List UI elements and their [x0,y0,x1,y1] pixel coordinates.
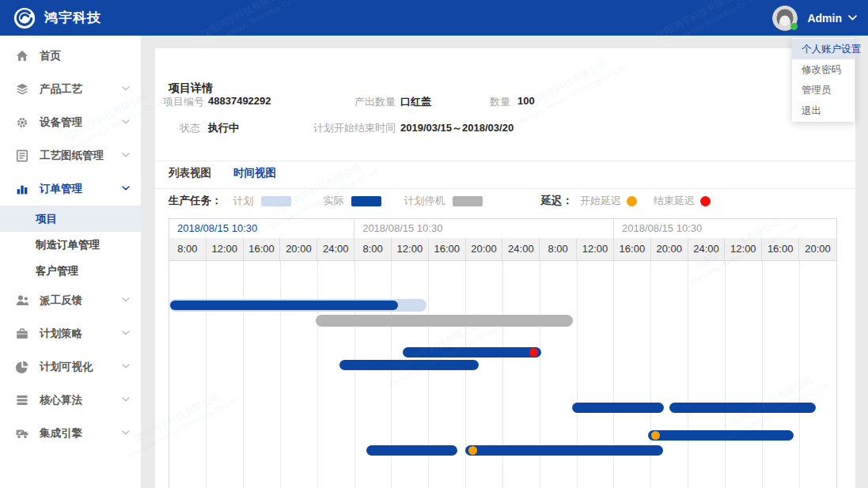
sidebar: 首页产品工艺设备管理工艺图纸管理订单管理项目制造订单管理客户管理派工反馈计划策略… [0,36,141,488]
sidebar-item-integration-engine[interactable]: 集成引擎 [0,417,141,450]
engine-icon [15,426,29,441]
sidebar-subitem-manufacturing-order-management[interactable]: 制造订单管理 [0,232,141,258]
brand-name: 鸿宇科技 [44,9,101,27]
brand: 鸿宇科技 [0,6,101,30]
top-header: 鸿宇科技 Admin [0,0,868,36]
sidebar-item-label: 订单管理 [40,182,82,196]
gantt-gridline [725,261,726,488]
quantity-label: 数量 [463,95,510,109]
home-icon [15,49,29,63]
chevron-down-icon [122,331,130,335]
gantt-bar-actual[interactable] [366,445,457,456]
chevron-down-icon [122,186,130,191]
chevron-down-icon [122,430,130,435]
avatar[interactable] [772,6,798,31]
chevron-down-icon [122,364,130,369]
online-status-dot [790,23,798,30]
sidebar-item-label: 计划可视化 [40,360,93,374]
gantt-bar-actual[interactable] [669,403,816,413]
user-menu-item-administrator[interactable]: 管理员 [792,80,855,100]
page-title: 项目详情 [169,81,213,96]
chevron-down-icon [122,119,130,124]
gantt-time-header: 8:0012:0016:0020:0024:008:0012:0016:0020… [169,238,836,261]
gantt-body [169,261,836,488]
layers-icon [15,82,29,96]
gantt-bar-actual[interactable] [339,360,479,370]
start-delay-label: 开始延迟 [580,194,621,208]
sidebar-item-equipment-management[interactable]: 设备管理 [0,106,141,139]
gantt-time-cell: 24:00 [502,238,540,260]
sidebar-item-process-drawing-management[interactable]: 工艺图纸管理 [0,139,141,172]
bar-chart-icon [15,182,29,196]
end-delay-dot [529,348,538,357]
chevron-down-icon [122,297,130,302]
project-code-label: 项目编号 [163,95,200,109]
sidebar-item-product-process[interactable]: 产品工艺 [0,73,141,106]
app-window: 鸿宇科技 Admin 个人账户设置修改密码管理员退出 首页产品工艺设备管理工艺图… [0,0,868,488]
gantt-gridline [688,261,688,488]
task-legend-title: 生产任务： [169,194,222,208]
sidebar-item-label: 工艺图纸管理 [40,149,104,163]
gantt-date-cell[interactable]: 2018/08/15 10:30 [169,219,354,238]
gantt-time-cell: 12:00 [577,238,614,260]
actual-swatch [351,196,381,206]
status-label: 状态 [163,121,200,135]
sidebar-item-label: 派工反馈 [40,293,82,308]
gantt-bar-actual[interactable] [572,403,664,413]
gantt-gridline [206,261,207,488]
gantt-bar-actual[interactable] [170,301,398,310]
sidebar-item-label: 设备管理 [40,115,82,130]
plan-time-label: 计划开始结束时间 [301,121,396,135]
gantt-time-cell: 24:00 [317,238,354,260]
gear-icon [15,115,29,130]
gantt-date-cell[interactable]: 2018/08/15 10:30 [614,219,836,238]
sidebar-item-dispatch-feedback[interactable]: 派工反馈 [0,284,141,317]
sidebar-item-label: 产品工艺 [40,82,82,96]
gantt-gridline [317,261,318,488]
chevron-down-icon [848,15,857,21]
output-label: 产出数量 [301,95,396,109]
gantt-bar-actual[interactable] [648,430,794,441]
tab-time-view[interactable]: 时间视图 [233,166,276,180]
gantt-time-cell: 12:00 [725,238,762,260]
gantt-gridline [280,261,281,488]
sidebar-item-home[interactable]: 首页 [0,40,141,73]
gantt-chart: 2018/08/15 10:302018/08/15 10:302018/08/… [169,218,837,488]
company-logo-icon [13,6,36,30]
user-menu-item-logout[interactable]: 退出 [792,100,855,121]
user-menu-item-account-settings[interactable]: 个人账户设置 [792,39,855,59]
actual-legend-label: 实际 [324,194,344,208]
quantity-value: 100 [517,95,535,107]
gantt-time-cell: 16:00 [614,238,651,260]
tab-list-view[interactable]: 列表视图 [169,166,211,180]
gantt-gridline [243,261,244,488]
start-delay-dot [468,446,477,455]
sidebar-subitem-customer-management[interactable]: 客户管理 [0,258,141,284]
gantt-time-cell: 12:00 [392,238,429,260]
divider [155,161,855,161]
briefcase-icon [15,327,29,341]
gantt-time-cell: 16:00 [244,238,281,260]
user-name: Admin [807,12,842,25]
sidebar-subitem-project[interactable]: 项目 [0,206,141,232]
downtime-swatch [453,196,483,206]
status-value: 执行中 [208,121,239,135]
gantt-bar-downtime[interactable] [316,315,573,327]
gantt-time-cell: 8:00 [354,238,392,260]
user-menu-item-change-password[interactable]: 修改密码 [792,59,855,80]
gantt-bar-actual[interactable] [465,445,663,456]
sidebar-item-plan-visualization[interactable]: 计划可视化 [0,350,141,384]
user-account-button[interactable]: Admin [772,6,868,31]
server-icon [15,393,29,407]
gantt-date-cell[interactable]: 2018/08/15 10:30 [354,219,614,238]
sidebar-item-plan-strategy[interactable]: 计划策略 [0,317,141,350]
gantt-bar-actual[interactable] [403,347,541,357]
downtime-legend-label: 计划停机 [404,194,445,208]
plan-time-value: 2019/03/15～2018/03/20 [400,121,514,135]
pie-chart-icon [15,360,29,374]
sidebar-item-label: 计划策略 [40,327,82,341]
sidebar-item-order-management[interactable]: 订单管理 [0,172,141,206]
gantt-legend: 生产任务： 计划 实际 计划停机 延迟： 开始延迟 结束延迟 [169,194,711,208]
sidebar-item-core-algorithm[interactable]: 核心算法 [0,384,141,417]
gantt-time-cell: 8:00 [540,238,577,260]
